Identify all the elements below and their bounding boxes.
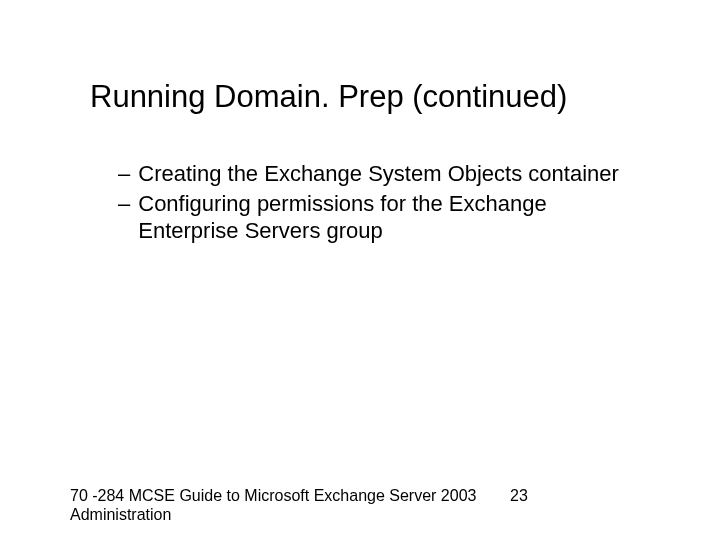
slide-title: Running Domain. Prep (continued) — [90, 78, 660, 115]
bullet-dash: – — [100, 160, 138, 188]
footer-text: 70 -284 MCSE Guide to Microsoft Exchange… — [70, 486, 510, 524]
bullet-item: – Creating the Exchange System Objects c… — [100, 160, 630, 188]
slide-footer: 70 -284 MCSE Guide to Microsoft Exchange… — [70, 486, 650, 524]
bullet-text: Creating the Exchange System Objects con… — [138, 160, 630, 188]
page-number: 23 — [510, 486, 528, 505]
slide: Running Domain. Prep (continued) – Creat… — [0, 0, 720, 540]
slide-body: – Creating the Exchange System Objects c… — [100, 160, 630, 247]
bullet-text: Configuring permissions for the Exchange… — [138, 190, 630, 245]
bullet-dash: – — [100, 190, 138, 245]
bullet-item: – Configuring permissions for the Exchan… — [100, 190, 630, 245]
